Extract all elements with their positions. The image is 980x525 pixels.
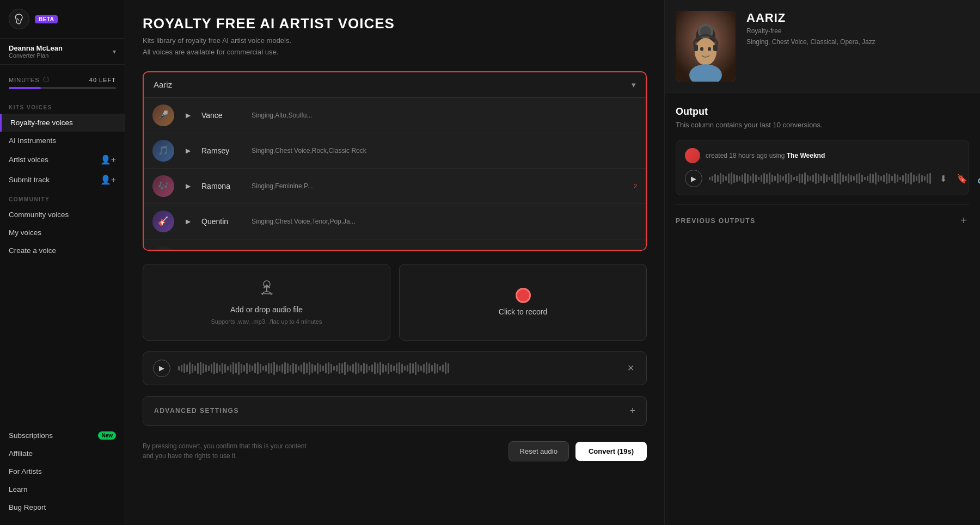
convert-button[interactable]: Convert (19s) bbox=[575, 442, 647, 461]
sidebar-item-ai-instruments[interactable]: AI Instruments bbox=[0, 132, 125, 150]
beta-badge: BETA bbox=[35, 15, 58, 23]
app-logo-icon[interactable] bbox=[9, 9, 29, 29]
advanced-settings: ADVANCED SETTINGS + bbox=[143, 396, 647, 426]
sidebar-item-create-a-voice[interactable]: Create a voice bbox=[0, 242, 125, 260]
voice-tags-vance: Singing,Alto,Soulfu... bbox=[252, 112, 637, 119]
sidebar-item-bug-report[interactable]: Bug Report bbox=[0, 498, 125, 516]
voice-avatar-ramsey: 🎵 bbox=[152, 140, 174, 162]
advanced-settings-header[interactable]: ADVANCED SETTINGS + bbox=[154, 405, 635, 417]
voice-avatar-quentin: 🎸 bbox=[152, 211, 174, 232]
play-button-ramona[interactable]: ▶ bbox=[181, 179, 195, 193]
sidebar-item-royalty-free-voices[interactable]: Royalty-free voices bbox=[0, 114, 125, 132]
user-info: Deanna McLean Converter Plan bbox=[9, 44, 63, 59]
output-waveform: ▶ ⬇ 🔖 🔗 bbox=[685, 170, 960, 187]
previous-outputs: PREVIOUS OUTPUTS + bbox=[676, 204, 969, 237]
svg-rect-8 bbox=[694, 45, 698, 51]
voice-name-quentin: Quentin bbox=[201, 217, 245, 226]
voice-item-vance[interactable]: 🎤 ▶ Vance Singing,Alto,Soulfu... bbox=[144, 98, 646, 133]
record-box[interactable]: Click to record bbox=[399, 264, 647, 341]
sidebar-item-label: Bug Report bbox=[9, 503, 46, 511]
artist-type: Royalty-free bbox=[746, 27, 875, 35]
main-content: ROYALTY FREE AI ARTIST VOICES Kits libra… bbox=[125, 0, 664, 525]
voice-tag-extra: 2 bbox=[634, 183, 637, 189]
voice-selector[interactable]: Aariz ▾ 🎤 ▶ Vance Singing,Alto,Soulfu...… bbox=[143, 71, 647, 251]
sidebar-item-label: Subscriptions bbox=[9, 431, 53, 440]
artist-card: AARIZ Royalty-free Singing, Chest Voice,… bbox=[665, 0, 980, 93]
convert-actions: Reset audio Convert (19s) bbox=[509, 441, 647, 461]
waveform-close-button[interactable]: ✕ bbox=[625, 361, 636, 375]
reset-audio-button[interactable]: Reset audio bbox=[509, 441, 569, 461]
output-track: created 18 hours ago using The Weeknd ▶ … bbox=[676, 140, 969, 195]
sidebar-item-community-voices[interactable]: Community voices bbox=[0, 206, 125, 224]
upload-icon bbox=[258, 280, 275, 301]
voice-tags-quentin: Singing,Chest Voice,Tenor,Pop,Ja... bbox=[252, 218, 637, 225]
sidebar-item-label: For Artists bbox=[9, 467, 42, 475]
sidebar-item-label: Artist voices bbox=[9, 156, 48, 164]
output-waveform-bars bbox=[709, 171, 931, 186]
sidebar-item-submit-track[interactable]: Submit track 👤+ bbox=[0, 170, 125, 190]
upload-subtitle: Supports .wav, .mp3, .flac up to 4 minut… bbox=[211, 318, 322, 325]
add-person-icon: 👤+ bbox=[100, 155, 116, 165]
voice-dropdown-list: 🎤 ▶ Vance Singing,Alto,Soulfu... 🎵 ▶ Ram… bbox=[144, 97, 646, 250]
minutes-label: MINUTES ⓘ 40 left bbox=[9, 76, 116, 84]
voice-avatar-partial: ··· bbox=[152, 246, 174, 250]
output-title: Output bbox=[676, 106, 969, 118]
play-button-ramsey[interactable]: ▶ bbox=[181, 144, 195, 158]
sidebar-item-learn[interactable]: Learn bbox=[0, 480, 125, 498]
new-badge: New bbox=[98, 431, 116, 440]
waveform-bars bbox=[178, 360, 617, 377]
output-play-button[interactable]: ▶ bbox=[685, 170, 702, 187]
sidebar-item-affiliate[interactable]: Affiliate bbox=[0, 444, 125, 462]
play-button-quentin[interactable]: ▶ bbox=[181, 214, 195, 228]
artist-image bbox=[676, 11, 736, 82]
voice-item-quentin[interactable]: 🎸 ▶ Quentin Singing,Chest Voice,Tenor,Po… bbox=[144, 204, 646, 239]
output-section: Output This column contains your last 10… bbox=[665, 93, 980, 525]
voice-item-ramona[interactable]: 🎶 ▶ Ramona Singing,Feminine,P... 2 bbox=[144, 169, 646, 204]
voice-name-vance: Vance bbox=[201, 111, 245, 120]
voice-selector-header[interactable]: Aariz ▾ bbox=[144, 72, 646, 97]
minutes-bar-background bbox=[9, 87, 116, 89]
svg-point-5 bbox=[695, 38, 716, 65]
svg-rect-9 bbox=[713, 45, 718, 51]
sidebar-item-label: Create a voice bbox=[9, 246, 56, 255]
voice-name-ramsey: Ramsey bbox=[201, 146, 245, 155]
voice-tags-ramona: Singing,Feminine,P... bbox=[252, 182, 625, 190]
sidebar-item-my-voices[interactable]: My voices bbox=[0, 224, 125, 242]
voice-item-partial[interactable]: ··· bbox=[144, 239, 646, 250]
share-link-button[interactable]: 🔗 bbox=[975, 171, 980, 186]
waveform-play-button[interactable]: ▶ bbox=[153, 360, 170, 377]
sidebar-item-artist-voices[interactable]: Artist voices 👤+ bbox=[0, 150, 125, 170]
voice-item-ramsey[interactable]: 🎵 ▶ Ramsey Singing,Chest Voice,Rock,Clas… bbox=[144, 133, 646, 169]
previous-outputs-expand-button[interactable]: + bbox=[958, 212, 969, 229]
artist-info: AARIZ Royalty-free Singing, Chest Voice,… bbox=[746, 11, 875, 46]
upload-box[interactable]: Add or drop audio file Supports .wav, .m… bbox=[143, 264, 390, 341]
kits-voices-section-label: KITS VOICES bbox=[0, 98, 125, 114]
artist-name: AARIZ bbox=[746, 11, 875, 25]
play-button-vance[interactable]: ▶ bbox=[181, 108, 195, 122]
user-name: Deanna McLean bbox=[9, 44, 63, 52]
voice-selector-value: Aariz bbox=[154, 80, 172, 89]
sidebar-item-subscriptions[interactable]: Subscriptions New bbox=[0, 427, 125, 444]
upload-title: Add or drop audio file bbox=[230, 305, 303, 314]
output-actions: ⬇ 🔖 🔗 bbox=[938, 171, 980, 186]
voice-avatar-vance: 🎤 bbox=[152, 104, 174, 126]
sidebar: BETA Deanna McLean Converter Plan ▾ MINU… bbox=[0, 0, 125, 525]
svg-point-6 bbox=[700, 47, 703, 51]
minutes-count: 40 left bbox=[89, 77, 116, 83]
track-artist-name: The Weeknd bbox=[787, 152, 825, 159]
sidebar-item-label: Learn bbox=[9, 485, 28, 493]
page-title: ROYALTY FREE AI ARTIST VOICES bbox=[143, 15, 647, 32]
minutes-bar-fill bbox=[9, 87, 41, 89]
svg-point-7 bbox=[708, 47, 711, 51]
sidebar-item-for-artists[interactable]: For Artists bbox=[0, 462, 125, 480]
sidebar-item-label: Community voices bbox=[9, 211, 69, 219]
user-menu[interactable]: Deanna McLean Converter Plan ▾ bbox=[0, 38, 125, 65]
save-button[interactable]: 🔖 bbox=[954, 171, 970, 186]
sidebar-item-label: AI Instruments bbox=[9, 137, 56, 145]
right-panel: AARIZ Royalty-free Singing, Chest Voice,… bbox=[664, 0, 980, 525]
minutes-section: MINUTES ⓘ 40 left bbox=[0, 71, 125, 98]
download-button[interactable]: ⬇ bbox=[938, 171, 949, 186]
advanced-settings-label: ADVANCED SETTINGS bbox=[154, 407, 239, 415]
sidebar-item-label: Royalty-free voices bbox=[10, 119, 73, 127]
plus-icon: + bbox=[629, 405, 635, 417]
